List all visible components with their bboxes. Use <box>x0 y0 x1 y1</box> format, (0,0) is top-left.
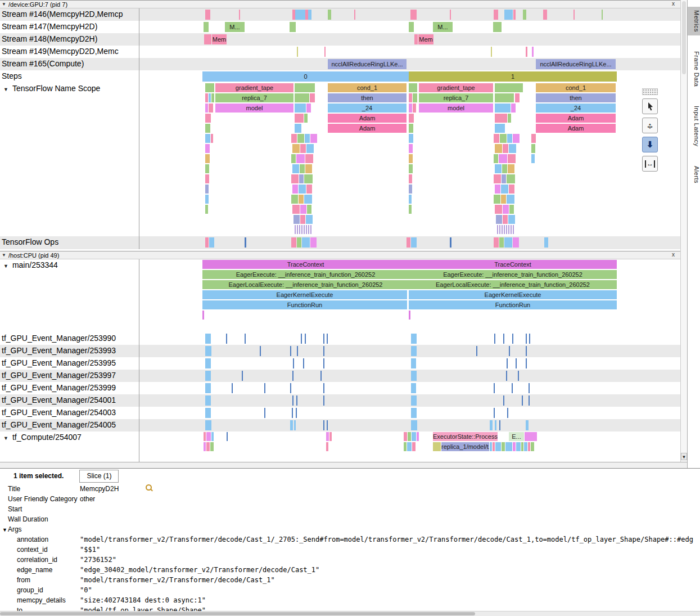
trace-event[interactable] <box>297 237 301 248</box>
trace-event[interactable] <box>508 164 514 173</box>
trace-event[interactable] <box>513 442 516 451</box>
track-events-area[interactable] <box>139 357 680 370</box>
trace-event[interactable] <box>310 93 315 102</box>
collapse-arrow-icon[interactable]: ▼ <box>2 253 6 258</box>
trace-event[interactable] <box>291 134 297 143</box>
trace-event[interactable] <box>499 154 507 163</box>
trace-event[interactable]: EagerLocalExecute: __inference_train_fun… <box>409 280 617 289</box>
trace-event[interactable]: Adam <box>536 124 616 133</box>
trace-event[interactable] <box>526 47 527 57</box>
trace-event[interactable] <box>205 195 209 204</box>
trace-event[interactable] <box>297 47 298 57</box>
trace-event[interactable] <box>409 104 412 113</box>
trace-event[interactable] <box>404 442 407 451</box>
trace-event[interactable] <box>509 144 516 153</box>
trace-event[interactable] <box>308 10 311 20</box>
trace-event[interactable] <box>295 124 301 133</box>
trace-event[interactable] <box>296 408 297 418</box>
trace-event[interactable] <box>409 195 412 204</box>
trace-event[interactable]: then <box>328 93 407 102</box>
trace-event[interactable] <box>296 154 305 163</box>
trace-event[interactable] <box>205 237 209 248</box>
trace-event[interactable] <box>295 225 311 234</box>
trace-event[interactable] <box>495 205 502 214</box>
trace-event[interactable] <box>507 134 512 143</box>
trace-event[interactable]: gradient_tape <box>215 83 293 92</box>
trace-event[interactable] <box>531 144 535 153</box>
trace-event[interactable]: then <box>536 93 616 102</box>
trace-event[interactable] <box>410 10 417 20</box>
track-events-area[interactable] <box>139 382 680 394</box>
trace-event[interactable] <box>450 237 451 248</box>
trace-event[interactable] <box>205 408 211 418</box>
trace-event[interactable] <box>206 432 211 441</box>
scrollbar-thumb[interactable] <box>0 612 475 615</box>
trace-event[interactable] <box>226 334 227 344</box>
trace-event[interactable] <box>573 10 575 20</box>
trace-event[interactable] <box>543 10 547 20</box>
trace-event[interactable] <box>205 205 208 214</box>
trace-event[interactable] <box>205 144 210 153</box>
trace-event[interactable] <box>501 185 508 194</box>
trace-event[interactable] <box>544 237 548 248</box>
trace-event[interactable] <box>205 420 211 430</box>
trace-event[interactable]: M... <box>225 22 245 32</box>
trace-event[interactable] <box>523 10 526 20</box>
trace-event[interactable] <box>491 47 492 57</box>
trace-event[interactable] <box>525 432 537 441</box>
trace-event[interactable] <box>413 104 416 113</box>
trace-event[interactable] <box>206 442 210 451</box>
trace-event[interactable] <box>295 104 306 113</box>
trace-event[interactable] <box>292 185 298 194</box>
timing-tool-button[interactable]: ↔ <box>642 156 658 172</box>
trace-event[interactable] <box>232 383 233 393</box>
trace-event[interactable] <box>526 346 527 356</box>
trace-event[interactable] <box>210 442 214 451</box>
trace-event[interactable] <box>290 22 296 32</box>
trace-event[interactable] <box>204 34 211 44</box>
trace-event[interactable]: gradient_tape <box>419 83 493 92</box>
trace-event[interactable] <box>409 114 414 123</box>
trace-event[interactable] <box>409 124 413 133</box>
trace-event[interactable] <box>291 237 296 248</box>
trace-event[interactable] <box>227 432 228 441</box>
trace-event[interactable] <box>293 215 300 224</box>
trace-event[interactable] <box>518 371 519 381</box>
collapse-arrow-icon[interactable]: ▼ <box>3 87 8 92</box>
trace-event[interactable] <box>300 144 306 153</box>
trace-event[interactable]: TraceContext <box>409 260 617 269</box>
trace-event[interactable] <box>516 442 521 451</box>
trace-event[interactable] <box>292 395 293 406</box>
vertical-zoom-tool-button[interactable]: ⬇ <box>642 137 658 152</box>
trace-event[interactable] <box>513 10 516 20</box>
trace-event[interactable] <box>506 371 507 381</box>
trace-event[interactable] <box>310 134 317 143</box>
trace-event[interactable] <box>529 395 530 406</box>
trace-event[interactable] <box>310 237 317 248</box>
trace-event[interactable] <box>327 420 328 430</box>
trace-event[interactable] <box>306 104 311 113</box>
trace-event[interactable] <box>509 205 514 214</box>
args-section-toggle[interactable]: ▼Args <box>0 524 700 534</box>
trace-event[interactable] <box>507 408 508 418</box>
trace-event[interactable] <box>494 195 500 204</box>
trace-event[interactable]: Mem <box>418 34 433 44</box>
trace-event[interactable] <box>290 420 293 430</box>
trace-event[interactable] <box>299 185 306 194</box>
trace-event[interactable]: cond_1 <box>328 83 407 92</box>
trace-event[interactable]: TraceContext <box>202 260 409 269</box>
panel-header-gpu[interactable]: ▼/device:GPU:7 (pid 7)x <box>0 0 680 8</box>
trace-event[interactable] <box>412 432 416 441</box>
trace-event[interactable] <box>502 174 506 183</box>
trace-event[interactable] <box>323 358 324 368</box>
trace-event[interactable] <box>526 358 527 368</box>
trace-event[interactable] <box>494 134 499 143</box>
trace-event[interactable] <box>205 334 211 344</box>
trace-event[interactable] <box>205 104 208 113</box>
trace-event[interactable] <box>508 154 516 163</box>
trace-event[interactable] <box>503 215 508 224</box>
trace-event[interactable] <box>205 383 211 393</box>
track-events-area[interactable]: M...M... <box>139 21 680 33</box>
trace-event[interactable] <box>290 346 291 356</box>
trace-event[interactable] <box>245 237 246 248</box>
